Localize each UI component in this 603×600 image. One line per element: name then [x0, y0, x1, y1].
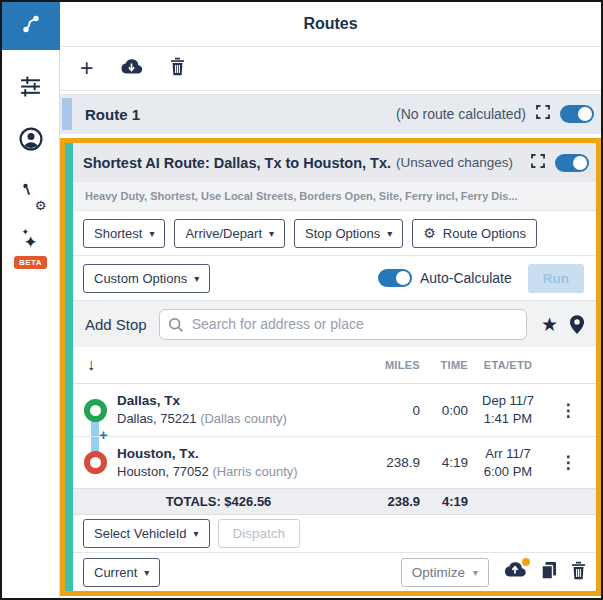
custom-options-dropdown[interactable]: Custom Options ▾ — [83, 264, 210, 293]
chevron-down-icon: ▾ — [387, 228, 392, 239]
search-wrap — [159, 309, 527, 340]
stops-table-header: ↓ MILES TIME ETA/ETD — [73, 347, 596, 384]
plus-icon: + — [80, 57, 93, 80]
unsaved-indicator-dot — [522, 558, 530, 566]
route-icon — [19, 12, 43, 40]
destination-marker-icon — [84, 451, 107, 474]
stop-eta: Dep 11/7 1:41 PM — [468, 392, 548, 427]
auto-calculate-label: Auto-Calculate — [420, 270, 512, 286]
route-row-inactive[interactable]: Route 1 (No route calculated) — [60, 94, 601, 134]
route-enabled-toggle[interactable] — [560, 105, 594, 123]
expand-icon[interactable] — [531, 154, 545, 172]
stop-time: 0:00 — [420, 403, 468, 418]
arrive-depart-dropdown[interactable]: Arrive/Depart ▾ — [174, 219, 285, 248]
route-enabled-toggle[interactable] — [555, 154, 589, 172]
totals-time: 4:19 — [420, 494, 468, 509]
stop-options-dropdown[interactable]: Stop Options ▾ — [294, 219, 403, 248]
add-stop-row: Add Stop ★ — [73, 301, 596, 347]
active-route-accent-bar — [65, 143, 73, 591]
favorites-star-icon[interactable]: ★ — [541, 315, 558, 334]
search-icon — [168, 317, 184, 333]
options-summary: Heavy Duty, Shortest, Use Local Streets,… — [85, 190, 518, 202]
sidebar-item-route-options[interactable]: ⚙ — [18, 182, 44, 208]
dispatch-button[interactable]: Dispatch — [218, 519, 301, 548]
column-header-miles: MILES — [364, 359, 420, 371]
active-route-title: Shortest AI Route: Dallas, Tx to Houston… — [83, 155, 391, 171]
sidebar-item-routes[interactable] — [2, 2, 60, 50]
trash-icon — [571, 561, 586, 584]
route-status: (No route calculated) — [396, 106, 526, 122]
chevron-down-icon: ▾ — [194, 273, 199, 284]
stops-list: Dallas, Tx Dallas, 75221 (Dallas county)… — [73, 384, 596, 488]
select-vehicle-dropdown[interactable]: Select VehicleId ▾ — [83, 519, 210, 548]
optimize-dropdown[interactable]: Optimize ▾ — [401, 558, 489, 587]
save-to-cloud-button[interactable] — [503, 561, 527, 583]
route-options-button[interactable]: ⚙ Route Options — [412, 219, 537, 248]
import-routes-button[interactable] — [120, 58, 143, 80]
options-summary-row: Heavy Duty, Shortest, Use Local Streets,… — [73, 182, 596, 211]
sidebar-item-settings[interactable] — [18, 74, 44, 100]
gear-icon: ⚙ — [35, 199, 47, 212]
gear-icon: ⚙ — [423, 226, 436, 240]
route-option-buttons-row: Shortest ▾ Arrive/Depart ▾ Stop Options … — [73, 211, 596, 256]
sidebar-item-account[interactable] — [18, 128, 44, 154]
totals-label: TOTALS: $426.56 — [73, 494, 364, 509]
current-dropdown[interactable]: Current ▾ — [83, 558, 160, 587]
copy-icon — [541, 561, 557, 584]
cloud-download-icon — [120, 58, 143, 80]
search-input[interactable] — [159, 309, 527, 340]
page-title: Routes — [303, 15, 357, 33]
beta-badge: BETA — [14, 256, 47, 269]
sidebar-item-ai-beta[interactable]: ✦ ✦ BETA — [18, 234, 44, 269]
person-icon — [19, 127, 43, 155]
shortest-dropdown[interactable]: Shortest ▾ — [83, 219, 165, 248]
sliders-icon — [19, 74, 42, 101]
chevron-down-icon: ▾ — [149, 228, 154, 239]
route-title: Route 1 — [85, 106, 140, 123]
auto-calculate-toggle[interactable] — [378, 269, 412, 287]
stop-name: Dallas, Tx — [117, 392, 364, 410]
trash-icon — [170, 57, 185, 80]
run-button[interactable]: Run — [528, 264, 584, 293]
expand-icon[interactable] — [536, 105, 550, 123]
duplicate-route-button[interactable] — [541, 561, 557, 584]
stop-row-destination[interactable]: + Houston, Tx. Houston, 77052 (Harris co… — [73, 436, 596, 488]
routes-panel: Routes + — [60, 2, 601, 598]
card-footer: Current ▾ Optimize ▾ — [73, 552, 596, 591]
stop-address: Dallas, 75221 (Dallas county) — [117, 410, 364, 428]
stop-menu-kebab-icon[interactable]: ⋮ — [560, 453, 577, 472]
insert-stop-plus-icon[interactable]: + — [99, 427, 108, 442]
origin-marker-icon — [84, 399, 107, 422]
delete-route-button[interactable] — [571, 561, 586, 584]
custom-options-row: Custom Options ▾ Auto-Calculate Run — [73, 256, 596, 301]
stop-menu-kebab-icon[interactable]: ⋮ — [560, 401, 577, 420]
stop-name: Houston, Tx. — [117, 445, 364, 463]
stop-miles: 238.9 — [364, 455, 420, 470]
active-route-header[interactable]: Shortest AI Route: Dallas, Tx to Houston… — [73, 143, 596, 182]
sort-down-arrow-icon[interactable]: ↓ — [73, 356, 95, 373]
stop-row-origin[interactable]: Dallas, Tx Dallas, 75221 (Dallas county)… — [73, 384, 596, 436]
route-accent-bar — [62, 98, 72, 130]
stop-eta: Arr 11/7 6:00 PM — [468, 445, 548, 480]
add-stop-label: Add Stop — [85, 316, 147, 333]
chevron-down-icon: ▾ — [473, 567, 478, 578]
totals-row: TOTALS: $426.56 238.9 4:19 — [73, 488, 596, 515]
delete-route-button[interactable] — [170, 57, 185, 80]
chevron-down-icon: ▾ — [194, 528, 199, 539]
active-route-card: Shortest AI Route: Dallas, Tx to Houston… — [60, 138, 601, 596]
stop-miles: 0 — [364, 403, 420, 418]
totals-miles: 238.9 — [364, 494, 420, 509]
stop-time: 4:19 — [420, 455, 468, 470]
stop-address: Houston, 77052 (Harris county) — [117, 463, 364, 481]
column-header-eta: ETA/ETD — [468, 359, 548, 371]
add-route-button[interactable]: + — [80, 57, 93, 80]
stop-county: (Harris county) — [212, 464, 297, 479]
vehicle-row: Select VehicleId ▾ Dispatch — [73, 515, 596, 552]
column-header-time: TIME — [420, 359, 468, 371]
chevron-down-icon: ▾ — [144, 567, 149, 578]
active-route-status: (Unsaved changes) — [396, 155, 513, 170]
icon-sidebar: ⚙ ✦ ✦ BETA — [2, 2, 60, 598]
pick-on-map-pin-icon[interactable] — [570, 315, 584, 334]
sparkle-icon: ✦ ✦ — [23, 234, 37, 254]
stop-county: (Dallas county) — [200, 411, 287, 426]
